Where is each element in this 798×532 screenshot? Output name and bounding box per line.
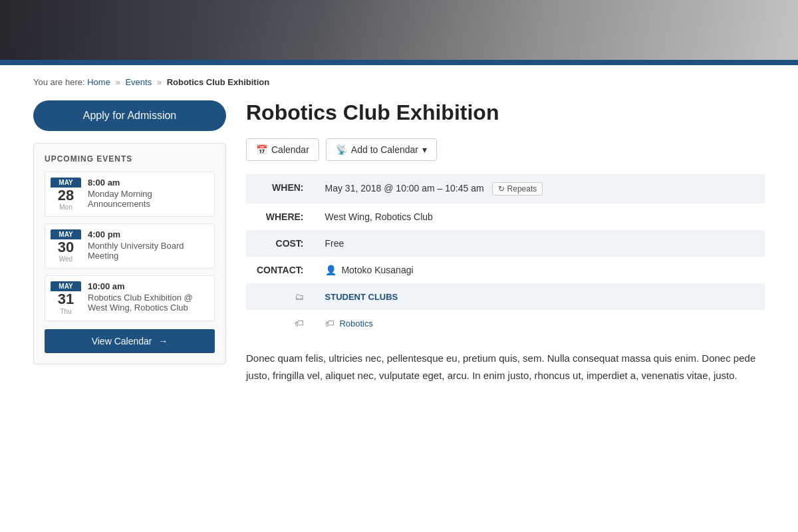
when-date: May 31, 2018 @ 10:00 am – 10:45 am bbox=[325, 183, 484, 194]
breadcrumb-sep-2: » bbox=[157, 77, 162, 87]
nav-bar bbox=[0, 60, 798, 65]
event-dow: Thu bbox=[60, 308, 71, 315]
table-row: WHERE: West Wing, Robotics Club bbox=[246, 203, 765, 230]
table-row: 🗂 STUDENT CLUBS bbox=[246, 283, 765, 310]
event-time: 4:00 pm bbox=[88, 229, 209, 239]
when-label: WHEN: bbox=[246, 174, 315, 203]
student-clubs-link[interactable]: STUDENT CLUBS bbox=[325, 292, 398, 302]
event-description: Donec quam felis, ultricies nec, pellent… bbox=[246, 350, 765, 384]
chevron-down-icon: ▾ bbox=[422, 144, 427, 155]
upcoming-events-box: UPCOMING EVENTS MAY 28 Mon 8:00 am Monda… bbox=[33, 143, 226, 364]
event-dow: Mon bbox=[59, 203, 72, 211]
event-name: Robotics Club Exhibition @ West Wing, Ro… bbox=[88, 293, 209, 313]
contact-value: 👤 Motoko Kusanagi bbox=[315, 257, 765, 283]
event-name: Monday Morning Announcements bbox=[88, 189, 209, 209]
where-label: WHERE: bbox=[246, 203, 315, 230]
table-row: 🏷 🏷 Robotics bbox=[246, 310, 765, 336]
category-icon-cell: 🗂 bbox=[246, 283, 315, 310]
arrow-icon: → bbox=[158, 336, 168, 346]
event-time: 10:00 am bbox=[88, 281, 209, 291]
event-info: 8:00 am Monday Morning Announcements bbox=[88, 178, 209, 209]
event-date-badge: MAY 31 Thu bbox=[51, 281, 81, 315]
robotics-tag-link[interactable]: Robotics bbox=[339, 319, 373, 329]
tag-value: 🏷 Robotics bbox=[315, 310, 765, 336]
table-row: WHEN: May 31, 2018 @ 10:00 am – 10:45 am… bbox=[246, 174, 765, 203]
breadcrumb-prefix: You are here: bbox=[33, 77, 85, 87]
event-month: MAY bbox=[51, 229, 81, 239]
page-title: Robotics Club Exhibition bbox=[246, 100, 765, 125]
apply-admission-button[interactable]: Apply for Admission bbox=[33, 100, 226, 131]
breadcrumb-events[interactable]: Events bbox=[125, 77, 152, 87]
calendar-button[interactable]: 📅 Calendar bbox=[246, 138, 319, 161]
contact-name: Motoko Kusanagi bbox=[341, 265, 413, 275]
action-buttons: 📅 Calendar 📡 Add to Calendar ▾ bbox=[246, 138, 765, 161]
rss-icon: 📡 bbox=[336, 144, 347, 155]
event-month: MAY bbox=[51, 178, 81, 188]
calendar-label: Calendar bbox=[271, 144, 309, 155]
table-row: CONTACT: 👤 Motoko Kusanagi bbox=[246, 257, 765, 283]
breadcrumb-current: Robotics Club Exhibition bbox=[167, 77, 270, 87]
contact-label: CONTACT: bbox=[246, 257, 315, 283]
event-day: 28 bbox=[58, 188, 74, 203]
event-date-badge: MAY 30 Wed bbox=[51, 229, 81, 263]
repeats-label: Repeats bbox=[507, 184, 537, 194]
where-value: West Wing, Robotics Club bbox=[315, 203, 765, 230]
event-day: 31 bbox=[58, 291, 74, 307]
when-value: May 31, 2018 @ 10:00 am – 10:45 am ↻ Rep… bbox=[315, 174, 765, 203]
view-calendar-label: View Calendar bbox=[92, 336, 152, 346]
tag-prefix-icon: 🏷 bbox=[325, 318, 334, 329]
view-calendar-button[interactable]: View Calendar → bbox=[45, 329, 215, 353]
list-item[interactable]: MAY 28 Mon 8:00 am Monday Morning Announ… bbox=[45, 172, 215, 217]
breadcrumb: You are here: Home » Events » Robotics C… bbox=[0, 65, 798, 94]
event-time: 8:00 am bbox=[88, 178, 209, 188]
add-to-calendar-button[interactable]: 📡 Add to Calendar ▾ bbox=[326, 138, 437, 161]
event-info: 4:00 pm Monthly University Board Meeting bbox=[88, 229, 209, 261]
content-area: Robotics Club Exhibition 📅 Calendar 📡 Ad… bbox=[246, 100, 765, 384]
upcoming-events-title: UPCOMING EVENTS bbox=[45, 154, 215, 164]
tag-icon-cell: 🏷 bbox=[246, 310, 315, 336]
table-row: COST: Free bbox=[246, 230, 765, 257]
list-item[interactable]: MAY 30 Wed 4:00 pm Monthly University Bo… bbox=[45, 223, 215, 269]
event-day: 30 bbox=[58, 239, 74, 255]
add-calendar-label: Add to Calendar bbox=[351, 144, 418, 155]
folder-icon: 🗂 bbox=[295, 291, 304, 302]
event-info: 10:00 am Robotics Club Exhibition @ West… bbox=[88, 281, 209, 313]
refresh-icon: ↻ bbox=[498, 184, 505, 194]
event-name: Monthly University Board Meeting bbox=[88, 241, 209, 261]
sidebar: Apply for Admission UPCOMING EVENTS MAY … bbox=[33, 100, 226, 364]
cost-label: COST: bbox=[246, 230, 315, 257]
cost-value: Free bbox=[315, 230, 765, 257]
main-layout: Apply for Admission UPCOMING EVENTS MAY … bbox=[0, 94, 798, 404]
person-icon: 👤 bbox=[325, 265, 336, 275]
breadcrumb-sep-1: » bbox=[116, 77, 120, 87]
tag-icon: 🏷 bbox=[295, 318, 304, 329]
event-month: MAY bbox=[51, 281, 81, 291]
repeats-badge[interactable]: ↻ Repeats bbox=[492, 182, 543, 196]
calendar-icon: 📅 bbox=[256, 144, 267, 155]
event-date-badge: MAY 28 Mon bbox=[51, 178, 81, 211]
event-dow: Wed bbox=[59, 255, 72, 263]
list-item[interactable]: MAY 31 Thu 10:00 am Robotics Club Exhibi… bbox=[45, 275, 215, 321]
breadcrumb-home[interactable]: Home bbox=[87, 77, 110, 87]
header-image bbox=[0, 0, 798, 60]
event-details-table: WHEN: May 31, 2018 @ 10:00 am – 10:45 am… bbox=[246, 174, 765, 336]
category-value: STUDENT CLUBS bbox=[315, 283, 765, 310]
